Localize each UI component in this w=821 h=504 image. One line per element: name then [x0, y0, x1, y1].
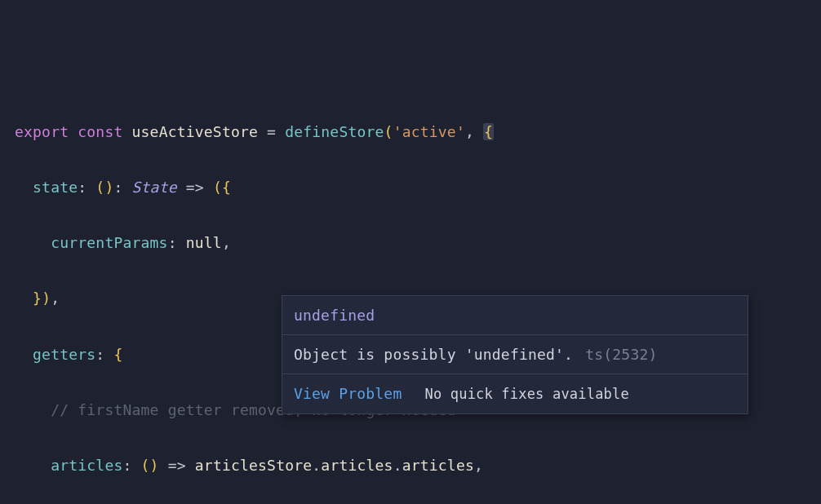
hover-tooltip: undefined Object is possibly 'undefined'…: [282, 295, 748, 414]
code-line-3[interactable]: currentParams: null,: [15, 229, 821, 257]
tooltip-message: Object is possibly 'undefined'.: [294, 346, 573, 363]
open-brace-icon: {: [483, 123, 494, 140]
tooltip-type: undefined: [294, 307, 375, 324]
tooltip-message-section: Object is possibly 'undefined'. ts(2532): [282, 335, 748, 374]
code-line-1[interactable]: export const useActiveStore = defineStor…: [15, 118, 821, 146]
code-line-2[interactable]: state: (): State => ({: [15, 174, 821, 201]
view-problem-link[interactable]: View Problem: [294, 385, 402, 402]
tooltip-type-section: undefined: [282, 296, 748, 334]
tooltip-error-code: ts(2532): [585, 346, 657, 363]
no-quick-fix-label: No quick fixes available: [424, 386, 628, 402]
tooltip-actions: View ProblemNo quick fixes available: [282, 374, 748, 413]
code-line-7[interactable]: articles: () => articlesStore.articles.a…: [15, 452, 821, 480]
